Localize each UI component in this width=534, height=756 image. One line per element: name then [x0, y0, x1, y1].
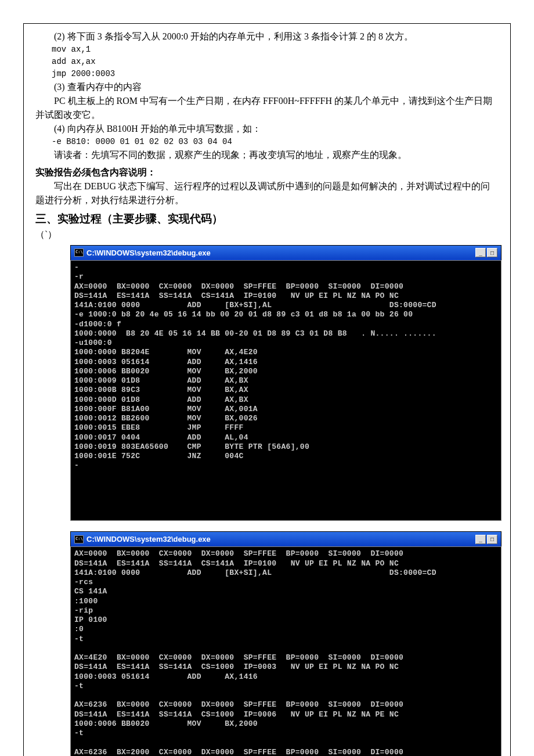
code-line: mov ax,1 — [52, 44, 499, 56]
maximize-button[interactable]: □ — [487, 248, 497, 257]
minimize-button[interactable]: _ — [475, 248, 486, 257]
paragraph: 写出在 DEBUG 状态下编写、运行程序的过程以及调试所中遇到的问题是如何解决的… — [35, 179, 499, 207]
window-title-bar[interactable]: C:\WINDOWS\system32\debug.exe _ □ — [70, 245, 501, 261]
window-title: C:\WINDOWS\system32\debug.exe — [86, 247, 211, 259]
paragraph: PC 机主板上的 ROM 中写有一个生产日期，在内存 FFF00H~FFFFFH… — [35, 94, 499, 122]
instr-2: (2) 将下面 3 条指令写入从 2000:0 开始的内存单元中，利用这 3 条… — [35, 30, 499, 44]
window-title-bar[interactable]: C:\WINDOWS\system32\debug.exe _ □ — [70, 531, 501, 547]
page-frame: (2) 将下面 3 条指令写入从 2000:0 开始的内存单元中，利用这 3 条… — [23, 23, 511, 756]
code-line: -e B810: 0000 01 01 02 02 03 03 04 04 — [52, 136, 499, 148]
instr-4: (4) 向内存从 B8100H 开始的单元中填写数据，如： — [35, 122, 499, 136]
terminal-output[interactable]: AX=0000 BX=0000 CX=0000 DX=0000 SP=FFEE … — [70, 546, 501, 756]
paragraph: 请读者：先填写不同的数据，观察产生的现象；再改变填写的地址，观察产生的现象。 — [35, 148, 499, 162]
section-report-head: 实验报告必须包含内容说明： — [35, 165, 499, 179]
code-line: jmp 2000:0003 — [52, 68, 499, 80]
instr-3: (3) 查看内存中的内容 — [35, 80, 499, 94]
terminal-output[interactable]: - -r AX=0000 BX=0000 CX=0000 DX=0000 SP=… — [70, 260, 501, 521]
maximize-button[interactable]: □ — [487, 535, 497, 544]
cmd-icon — [74, 249, 84, 257]
window-title: C:\WINDOWS\system32\debug.exe — [86, 534, 211, 545]
subhead: （`） — [35, 228, 499, 242]
terminal-window-1: C:\WINDOWS\system32\debug.exe _ □ - -r A… — [70, 245, 501, 521]
terminal-window-2: C:\WINDOWS\system32\debug.exe _ □ AX=000… — [70, 531, 501, 756]
cmd-icon — [74, 535, 84, 543]
section-process-head: 三、实验过程（主要步骤、实现代码） — [35, 211, 499, 228]
code-line: add ax,ax — [52, 56, 499, 68]
minimize-button[interactable]: _ — [475, 535, 486, 544]
